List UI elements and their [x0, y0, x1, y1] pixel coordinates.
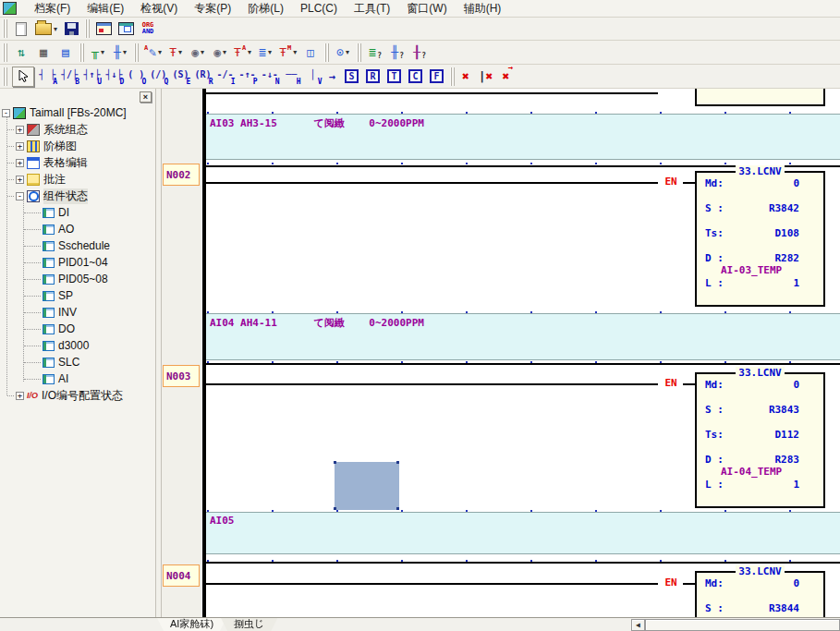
project-org-button[interactable]: ╥▾ [87, 42, 109, 63]
param-value[interactable]: R3843 [769, 404, 799, 416]
tree-node-comment[interactable]: + 批注 [0, 171, 155, 188]
chevron-down-icon[interactable]: ▾ [101, 48, 104, 56]
chevron-down-icon[interactable]: ▾ [178, 48, 182, 56]
toolbar-grip[interactable] [357, 43, 361, 62]
menu-item-view[interactable]: 检视(V) [132, 0, 186, 17]
horizontal-scrollbar[interactable]: ◀ [631, 619, 840, 631]
menu-item-plc[interactable]: PLC(C) [292, 0, 346, 17]
function-t-button[interactable]: T [387, 69, 401, 83]
tree-leaf-sp[interactable]: SP [0, 287, 155, 304]
menu-item-help[interactable]: 辅助(H) [456, 0, 510, 17]
vertical-line-button[interactable]: │V [302, 67, 323, 86]
comment-row-ai03[interactable]: AI03 AH3-15 て阅緻 0~2000PPM [206, 114, 840, 160]
network-label-n002[interactable]: N002 [163, 164, 200, 186]
tree-leaf-ao[interactable]: AO [0, 221, 155, 237]
rising-edge-button[interactable]: -↑-P [237, 67, 259, 86]
ladder-editor[interactable]: AI03 AH3-15 て阅緻 0~2000PPM N002 EN 33.LCN… [162, 89, 840, 617]
tree-leaf-inv[interactable]: INV [0, 304, 155, 321]
table-window-button[interactable] [115, 18, 137, 39]
tree-node-ladder-diagram[interactable]: + 阶梯图 [0, 138, 155, 154]
ladder-check-button[interactable]: ╫? [386, 42, 408, 63]
open-file-button[interactable]: ▾ [32, 18, 60, 39]
tree-leaf-ai[interactable]: AI [0, 370, 155, 387]
chevron-down-icon[interactable]: ▾ [248, 48, 251, 56]
contact-u-button[interactable]: ┤↑├U [80, 67, 103, 86]
save-button[interactable] [60, 18, 82, 39]
param-value[interactable]: 1 [793, 479, 799, 491]
function-f-button[interactable]: F [430, 69, 444, 83]
network-label-n003[interactable]: N003 [163, 365, 200, 387]
selection-cursor[interactable] [335, 462, 399, 510]
chevron-down-icon[interactable]: ▾ [54, 25, 57, 33]
param-value[interactable]: 1 [793, 277, 799, 289]
toolbar-grip[interactable] [3, 19, 7, 38]
param-value[interactable]: R3842 [769, 202, 799, 214]
probe-a-button[interactable]: ŦA▾ [231, 42, 254, 63]
toolbar-grip[interactable] [324, 43, 329, 62]
find-button[interactable]: ⊙▾ [332, 42, 354, 63]
toolbar-grip[interactable] [3, 43, 7, 62]
menu-item-project[interactable]: 专案(P) [186, 0, 239, 17]
tree-leaf-pid01-04[interactable]: PID01~04 [0, 254, 155, 271]
param-value[interactable]: R282 [775, 252, 800, 264]
param-value[interactable]: R283 [775, 454, 800, 466]
tree-leaf-pid05-08[interactable]: PID05~08 [0, 271, 155, 287]
chevron-down-icon[interactable]: ▾ [223, 48, 226, 56]
delete-column-button[interactable]: |✖ [479, 70, 493, 82]
function-r-button[interactable]: R [366, 69, 380, 83]
contact-check-button[interactable]: ╂? [408, 42, 431, 63]
chevron-down-icon[interactable]: ▾ [123, 48, 127, 56]
contact-a-button[interactable]: ┤ ├A [36, 67, 58, 86]
monitor-on-button[interactable]: ◉▾ [209, 42, 231, 63]
probe-button[interactable]: Ŧ▾ [164, 42, 187, 63]
param-value[interactable]: D108 [775, 227, 800, 239]
menu-item-file[interactable]: 档案(F) [26, 0, 79, 17]
ic-config-button[interactable]: ▦ [32, 42, 55, 63]
function-block-lcnv-3[interactable]: 33.LCNV Md:0 S :R3844 [695, 571, 825, 617]
coil-o-button[interactable]: ( )O [125, 67, 147, 86]
toolbar-grip[interactable] [134, 43, 139, 62]
comment-row-ai05[interactable]: AI05 [206, 512, 840, 554]
function-s-button[interactable]: S [345, 69, 359, 83]
param-value[interactable]: D112 [775, 429, 800, 441]
function-block-lcnv-1[interactable]: 33.LCNV Md:0 S :R3842 Ts:D108 D :R282 AI… [695, 171, 825, 307]
horizontal-line-button[interactable]: ──H [281, 67, 302, 86]
expand-icon[interactable]: + [16, 176, 24, 184]
tree-node-table-edit[interactable]: + 表格编辑 [0, 154, 155, 171]
chevron-down-icon[interactable]: ▾ [158, 48, 162, 56]
coil-set-button[interactable]: (S)E [169, 67, 191, 86]
function-block-partial-top[interactable] [695, 89, 825, 106]
function-c-button[interactable]: C [408, 69, 422, 83]
tree-leaf-slc[interactable]: SLC [0, 354, 155, 370]
function-block-lcnv-2[interactable]: 33.LCNV Md:0 S :R3843 Ts:D112 D :R283 AI… [695, 372, 825, 508]
probe-m-button[interactable]: ŦM▾ [276, 42, 299, 63]
tree-leaf-sschedule[interactable]: Sschedule [0, 237, 155, 254]
falling-edge-button[interactable]: -↓-N [259, 67, 281, 86]
status-list-button[interactable]: ≣▾ [254, 42, 276, 63]
toolbar-grip[interactable] [450, 67, 455, 86]
network-label-n004[interactable]: N004 [163, 564, 200, 587]
param-value[interactable]: R3844 [769, 602, 799, 614]
chevron-down-icon[interactable]: ▾ [346, 48, 349, 56]
tree-node-system-config[interactable]: + 系统组态 [0, 121, 155, 138]
scrollbar-thumb[interactable] [645, 619, 840, 631]
contact-d-button[interactable]: ┤↓├D [103, 67, 125, 86]
collapse-icon[interactable]: - [2, 109, 10, 117]
delete-network-button[interactable]: ✖→ [502, 70, 509, 82]
ladder-view-button[interactable]: ╫▾ [109, 42, 131, 63]
chevron-down-icon[interactable]: ▾ [293, 48, 297, 56]
panel-splitter[interactable] [155, 89, 162, 617]
toolbar-grip[interactable] [85, 19, 90, 38]
monitor-off-button[interactable]: ◉▾ [187, 42, 209, 63]
new-file-button[interactable] [10, 18, 32, 39]
menu-item-ladder[interactable]: 阶梯(L) [239, 0, 292, 17]
tree-root[interactable]: - Taimall [FBs-20MC] [0, 104, 155, 121]
comment-row-ai04[interactable]: AI04 AH4-11 て阅緻 0~2000PPM [206, 313, 840, 360]
delete-element-button[interactable]: ✖ [462, 70, 469, 82]
tree-node-component-status[interactable]: - 组件状态 [0, 188, 155, 204]
param-value[interactable]: 0 [793, 379, 799, 391]
table-edit-button[interactable]: ◫ [299, 42, 322, 63]
inverse-button[interactable]: -/-I [214, 67, 237, 86]
ladder-window-button[interactable] [92, 18, 115, 39]
scroll-left-button[interactable]: ◀ [631, 619, 645, 631]
